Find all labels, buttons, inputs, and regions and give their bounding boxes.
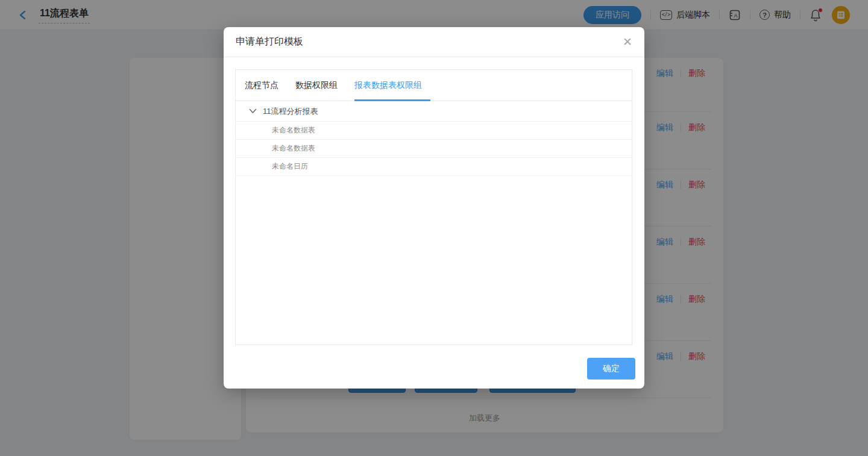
tree-parent-node[interactable]: 11流程分析报表	[236, 101, 632, 122]
close-icon[interactable]: ✕	[623, 36, 632, 48]
tree-parent-label: 11流程分析报表	[263, 106, 318, 117]
confirm-button[interactable]: 确定	[587, 358, 635, 379]
tree-child-node[interactable]: 未命名数据表	[236, 140, 632, 158]
modal-content-box: 流程节点 数据权限组 报表数据表权限组 11流程分析报表 未命名数据表 未命名数…	[235, 69, 632, 345]
tab-report-data-permission-group[interactable]: 报表数据表权限组	[354, 70, 422, 101]
tab-process-nodes[interactable]: 流程节点	[245, 70, 278, 101]
tree-child-node[interactable]: 未命名数据表	[236, 122, 632, 140]
tree-child-node[interactable]: 未命名日历	[236, 158, 632, 176]
tabs-bar: 流程节点 数据权限组 报表数据表权限组	[236, 70, 632, 101]
tab-data-permission-group[interactable]: 数据权限组	[295, 70, 338, 101]
modal-header: 申请单打印模板 ✕	[224, 27, 644, 57]
print-template-modal: 申请单打印模板 ✕ 流程节点 数据权限组 报表数据表权限组 11流程分析报表 未…	[224, 27, 644, 389]
modal-title: 申请单打印模板	[236, 36, 303, 48]
chevron-down-icon[interactable]	[249, 108, 257, 114]
